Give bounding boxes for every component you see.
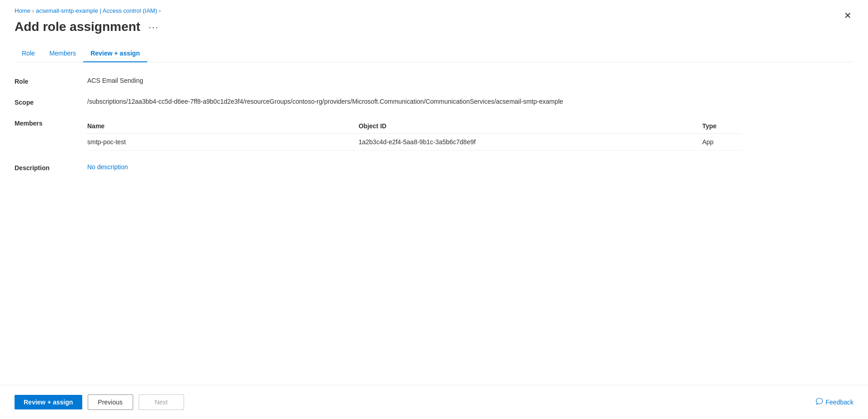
scope-value: /subscriptions/12aa3bb4-cc5d-d6ee-7ff8-a… — [87, 98, 742, 105]
col-header-name: Name — [87, 119, 359, 134]
role-label: Role — [15, 77, 69, 85]
breadcrumb-home[interactable]: Home — [15, 7, 30, 14]
review-assign-button[interactable]: Review + assign — [15, 395, 82, 409]
feedback-icon — [816, 398, 823, 407]
table-row: smtp-poc-test 1a2b3c4d-e2f4-5aa8-9b1c-3a… — [87, 134, 742, 151]
feedback-label: Feedback — [826, 399, 853, 406]
footer: Review + assign Previous Next Feedback — [0, 385, 868, 419]
page-title-row: Add role assignment ··· — [15, 20, 853, 34]
role-row: Role ACS Email Sending — [15, 77, 742, 85]
member-type: App — [702, 134, 742, 151]
tab-review-assign[interactable]: Review + assign — [83, 45, 147, 62]
scope-label: Scope — [15, 98, 69, 106]
next-button: Next — [139, 394, 184, 410]
form-section: Role ACS Email Sending Scope /subscripti… — [15, 77, 742, 172]
member-object-id: 1a2b3c4d-e2f4-5aa8-9b1c-3a5b6c7d8e9f — [359, 134, 702, 151]
tab-role[interactable]: Role — [15, 45, 42, 62]
breadcrumb-separator-1: › — [32, 8, 34, 14]
scope-row: Scope /subscriptions/12aa3bb4-cc5d-d6ee-… — [15, 98, 742, 106]
feedback-button[interactable]: Feedback — [816, 398, 853, 407]
description-row: Description No description — [15, 163, 742, 172]
breadcrumb-separator-2: › — [159, 8, 161, 14]
tab-members[interactable]: Members — [42, 45, 83, 62]
member-name: smtp-poc-test — [87, 134, 359, 151]
description-value: No description — [87, 163, 742, 171]
close-button[interactable]: ✕ — [840, 9, 855, 22]
members-table: Name Object ID Type smtp-poc-test 1a2b3c… — [87, 119, 742, 151]
col-header-type: Type — [702, 119, 742, 134]
more-options-button[interactable]: ··· — [145, 20, 163, 34]
description-label: Description — [15, 163, 69, 172]
breadcrumb: Home › acsemail-smtp-example | Access co… — [15, 7, 853, 14]
col-header-object-id: Object ID — [359, 119, 702, 134]
previous-button[interactable]: Previous — [88, 394, 133, 410]
members-label: Members — [15, 119, 69, 127]
tabs-container: Role Members Review + assign — [15, 45, 853, 62]
members-section: Members Name Object ID Type smtp-poc-tes… — [15, 119, 742, 151]
breadcrumb-iam[interactable]: acsemail-smtp-example | Access control (… — [36, 7, 157, 14]
page-title: Add role assignment — [15, 20, 140, 34]
role-value: ACS Email Sending — [87, 77, 742, 84]
